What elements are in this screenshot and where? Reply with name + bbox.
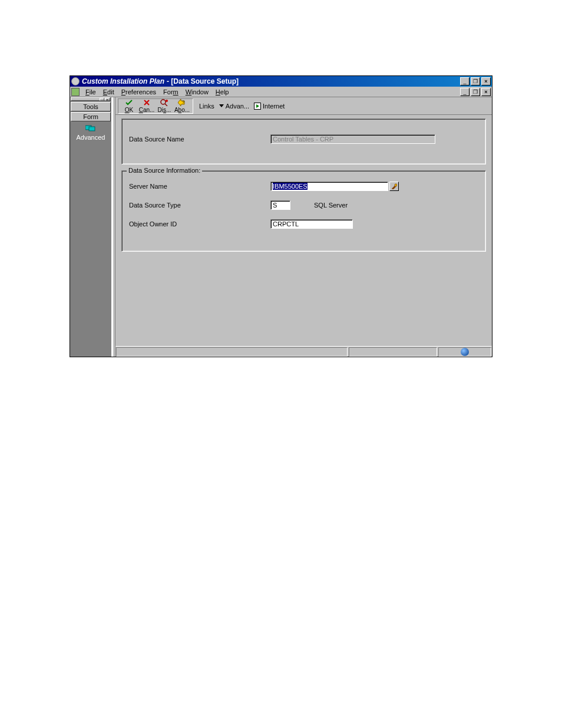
fieldset-legend: Data Source Information:: [127, 167, 202, 174]
about-button[interactable]: ? Abo...: [174, 98, 190, 113]
svg-point-6: [395, 184, 397, 186]
display-button[interactable]: Dis...: [156, 98, 173, 113]
mdi-close-button[interactable]: ×: [481, 88, 491, 96]
advan-label: Advan...: [226, 103, 249, 110]
flashlight-icon: [391, 183, 397, 189]
maximize-button[interactable]: ❐: [471, 77, 480, 85]
internet-icon: [254, 103, 261, 110]
svg-text:?: ?: [182, 100, 184, 104]
app-window: Custom Installation Plan - [Data Source …: [70, 75, 492, 357]
links-label: Links: [197, 103, 217, 110]
app-icon[interactable]: [71, 88, 80, 96]
titlebar: Custom Installation Plan - [Data Source …: [70, 76, 492, 87]
sidebar-tab-tools[interactable]: Tools: [71, 102, 111, 111]
system-menu-icon[interactable]: [71, 77, 80, 85]
menu-help[interactable]: Help: [212, 88, 233, 96]
data-source-info-fieldset: Data Source Information: Server Name IBM…: [121, 170, 486, 252]
menu-preferences[interactable]: Preferences: [118, 88, 160, 96]
svg-line-4: [165, 104, 167, 106]
globe-icon: [461, 348, 469, 356]
mdi-restore-button[interactable]: ❐: [471, 88, 480, 96]
sidebar: × Tools Form Advanced: [70, 97, 113, 357]
sidebar-tab-form[interactable]: Form: [71, 112, 111, 121]
top-panel: Data Source Name Control Tables - CRP: [121, 118, 486, 164]
menu-window[interactable]: Window: [182, 88, 212, 96]
cancel-button[interactable]: Can...: [138, 98, 155, 113]
svg-point-2: [161, 100, 166, 104]
checkmark-icon: [121, 98, 137, 107]
x-icon: [138, 98, 155, 107]
sidebar-advanced-label[interactable]: Advanced: [77, 134, 105, 141]
ok-button[interactable]: OK: [121, 98, 137, 113]
close-button[interactable]: ×: [481, 77, 491, 85]
sidebar-header: ×: [71, 97, 111, 101]
main-area: OK Can...: [115, 97, 492, 357]
sidebar-mini-1[interactable]: [100, 98, 104, 101]
mdi-minimize-button[interactable]: _: [460, 88, 470, 96]
form-area: Data Source Name Control Tables - CRP Da…: [115, 115, 492, 346]
toolbar: OK Can...: [115, 97, 492, 115]
data-source-name-label: Data Source Name: [129, 136, 270, 143]
internet-button[interactable]: Internet: [252, 103, 287, 110]
server-name-field[interactable]: IBM5500ES: [270, 182, 388, 191]
menubar: File Edit Preferences Form Window Help _…: [70, 87, 492, 97]
status-pane-2: [349, 347, 437, 357]
minimize-button[interactable]: _: [460, 77, 470, 85]
object-owner-id-field[interactable]: CRPCTL: [270, 219, 353, 229]
window-title-sub: - [Data Source Setup]: [167, 77, 239, 85]
svg-point-3: [166, 100, 168, 102]
data-source-name-field: Control Tables - CRP: [270, 134, 435, 144]
about-icon: ?: [174, 98, 190, 107]
menu-edit[interactable]: Edit: [100, 88, 118, 96]
advanced-icon[interactable]: [85, 124, 96, 131]
status-pane-3: [438, 347, 491, 357]
server-name-label: Server Name: [129, 183, 270, 190]
sidebar-mini-2[interactable]: ×: [105, 98, 110, 101]
server-name-lookup-button[interactable]: [389, 182, 399, 191]
window-title-app: Custom Installation Plan: [82, 77, 164, 85]
menu-file[interactable]: File: [82, 88, 100, 96]
advan-dropdown[interactable]: Advan...: [217, 103, 252, 110]
status-pane-1: [116, 347, 348, 357]
data-source-type-label: Data Source Type: [129, 202, 270, 209]
internet-label: Internet: [263, 103, 285, 110]
menu-form[interactable]: Form: [160, 88, 182, 96]
display-icon: [156, 98, 173, 107]
data-source-type-field[interactable]: S: [270, 200, 290, 210]
svg-rect-1: [89, 127, 95, 131]
dropdown-arrow-icon: [219, 104, 224, 107]
statusbar: [115, 346, 492, 357]
object-owner-id-label: Object Owner ID: [129, 220, 270, 228]
data-source-type-desc: SQL Server: [314, 202, 348, 209]
